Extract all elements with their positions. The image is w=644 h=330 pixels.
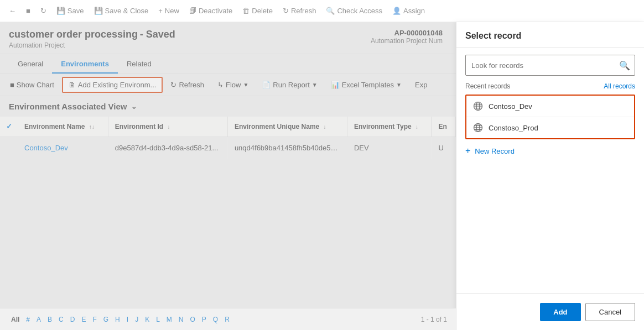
new-record-button[interactable]: + New Record xyxy=(456,139,644,163)
alpha-f[interactable]: F xyxy=(90,315,98,324)
sort-unique-icon: ↓ xyxy=(324,124,326,130)
alpha-e[interactable]: E xyxy=(79,315,88,324)
check-access-button[interactable]: 🔍 Check Access xyxy=(321,4,387,18)
alpha-hash[interactable]: # xyxy=(24,315,32,324)
select-all-header[interactable]: ✓ xyxy=(0,117,18,137)
alpha-q[interactable]: Q xyxy=(211,315,220,324)
grid-button[interactable]: ■ xyxy=(22,4,35,18)
main-toolbar: ← ■ ↻ 💾 Save 💾 Save & Close + New 🗐 Deac… xyxy=(0,0,644,22)
new-icon: + xyxy=(158,7,163,15)
record-item-0[interactable]: Contoso_Dev xyxy=(466,96,634,117)
pagination-bar: All # A B C D E F G H I J K L M N O P Q … xyxy=(0,308,456,330)
show-chart-icon: ■ xyxy=(10,81,14,89)
record-name-1: Constoso_Prod xyxy=(489,124,538,132)
alpha-g[interactable]: G xyxy=(101,315,111,324)
checkmark-icon: ✓ xyxy=(6,122,12,130)
alpha-c[interactable]: C xyxy=(56,315,66,324)
alpha-a[interactable]: A xyxy=(34,315,43,324)
col-env-name[interactable]: Environment Name ↑↓ xyxy=(18,117,108,137)
assign-icon: 👤 xyxy=(392,7,401,15)
recent-label: Recent records xyxy=(465,82,510,90)
save-icon: 💾 xyxy=(56,7,65,15)
excel-icon: 📊 xyxy=(331,81,340,89)
run-report-button[interactable]: 📄 Run Report ▼ xyxy=(256,78,323,92)
record-item-1[interactable]: Constoso_Prod xyxy=(466,117,634,138)
plus-icon: + xyxy=(465,146,470,156)
globe-icon-0 xyxy=(473,101,483,111)
table-container: ✓ Environment Name ↑↓ Environment Id ↓ E… xyxy=(0,117,456,308)
col-env-unique[interactable]: Environment Unique Name ↓ xyxy=(227,117,347,137)
alpha-all[interactable]: All xyxy=(9,315,22,324)
alpha-b[interactable]: B xyxy=(45,315,54,324)
globe-icon-1 xyxy=(473,123,483,133)
search-input[interactable] xyxy=(466,57,615,74)
refresh-nav-button[interactable]: ↻ xyxy=(36,4,51,18)
alpha-n[interactable]: N xyxy=(176,315,186,324)
back-button[interactable]: ← xyxy=(4,4,20,18)
sort-icon: ↑↓ xyxy=(89,124,95,130)
record-name-0: Contoso_Dev xyxy=(489,102,532,111)
new-button[interactable]: + New xyxy=(154,4,184,18)
table-header: ✓ Environment Name ↑↓ Environment Id ↓ E… xyxy=(0,117,456,137)
alpha-l[interactable]: L xyxy=(154,315,162,324)
alpha-p[interactable]: P xyxy=(200,315,209,324)
flow-icon: ↳ xyxy=(217,81,224,89)
sub-refresh-button[interactable]: ↻ Refresh xyxy=(165,78,210,92)
deactivate-button[interactable]: 🗐 Deactivate xyxy=(185,4,237,18)
grid-icon: ■ xyxy=(26,7,30,15)
check-access-icon: 🔍 xyxy=(326,7,335,15)
alpha-r[interactable]: R xyxy=(222,315,232,324)
table-row: Contoso_Dev d9e587d4-ddb3-4d9a-sd58-21..… xyxy=(0,137,456,159)
sort-id-icon: ↓ xyxy=(168,124,170,130)
deactivate-icon: 🗐 xyxy=(189,7,196,15)
recent-header: Recent records All records xyxy=(465,82,635,90)
delete-button[interactable]: 🗑 Delete xyxy=(238,4,277,18)
cancel-button[interactable]: Cancel xyxy=(585,303,635,321)
panel-title: Select record xyxy=(456,22,644,48)
assign-button[interactable]: 👤 Assign xyxy=(388,4,429,18)
sort-type-icon: ↓ xyxy=(416,124,418,130)
alpha-k[interactable]: K xyxy=(143,315,152,324)
exp-button[interactable]: Exp xyxy=(409,78,433,92)
env-name-cell[interactable]: Contoso_Dev xyxy=(18,137,108,159)
save-close-button[interactable]: 💾 Save & Close xyxy=(90,4,153,18)
col-env-type[interactable]: Environment Type ↓ xyxy=(347,117,431,137)
excel-templates-button[interactable]: 📊 Excel Templates ▼ xyxy=(325,78,407,92)
tab-related[interactable]: Related xyxy=(118,55,160,74)
alpha-i[interactable]: I xyxy=(124,315,131,324)
alpha-nav: All # A B C D E F G H I J K L M N O P Q … xyxy=(9,315,232,324)
tab-general[interactable]: General xyxy=(9,55,52,74)
env-type-cell: DEV xyxy=(347,137,431,159)
save-close-icon: 💾 xyxy=(94,7,103,15)
add-existing-button[interactable]: 🗎 Add Existing Environm... xyxy=(62,77,163,93)
alpha-d[interactable]: D xyxy=(68,315,77,324)
records-list: Contoso_Dev Constoso_Prod xyxy=(465,95,635,139)
alpha-h[interactable]: H xyxy=(113,315,122,324)
refresh-button[interactable]: ↻ Refresh xyxy=(278,4,321,18)
env-id-cell: d9e587d4-ddb3-4d9a-sd58-21... xyxy=(108,137,227,159)
sub-toolbar: ■ Show Chart 🗎 Add Existing Environm... … xyxy=(0,74,456,96)
alpha-m[interactable]: M xyxy=(164,315,174,324)
save-button[interactable]: 💾 Save xyxy=(52,4,89,18)
run-report-chevron-icon: ▼ xyxy=(312,82,318,88)
record-id-label: Automation Project Num xyxy=(371,37,443,45)
flow-chevron-icon: ▼ xyxy=(243,82,248,88)
flow-button[interactable]: ↳ Flow ▼ xyxy=(212,78,254,92)
all-records-link[interactable]: All records xyxy=(604,82,635,90)
alpha-j[interactable]: J xyxy=(133,315,141,324)
env-unique-cell: unqd4f6b9ba41458fh5b40de52055... xyxy=(227,137,347,159)
record-count: 1 - 1 of 1 xyxy=(421,316,447,323)
search-button[interactable]: 🔍 xyxy=(615,55,635,75)
view-chevron-icon[interactable]: ⌄ xyxy=(131,103,137,111)
show-chart-button[interactable]: ■ Show Chart xyxy=(4,78,60,92)
alpha-o[interactable]: O xyxy=(188,315,198,324)
tab-environments[interactable]: Environments xyxy=(52,55,118,74)
left-panel: customer order processing - Saved Automa… xyxy=(0,22,456,330)
row-checkbox[interactable] xyxy=(0,137,18,159)
tabs-bar: General Environments Related xyxy=(0,54,456,74)
col-env-id[interactable]: Environment Id ↓ xyxy=(108,117,227,137)
add-button[interactable]: Add xyxy=(540,303,580,321)
delete-icon: 🗑 xyxy=(242,7,250,15)
environments-table: ✓ Environment Name ↑↓ Environment Id ↓ E… xyxy=(0,117,456,159)
back-icon: ← xyxy=(9,7,16,15)
